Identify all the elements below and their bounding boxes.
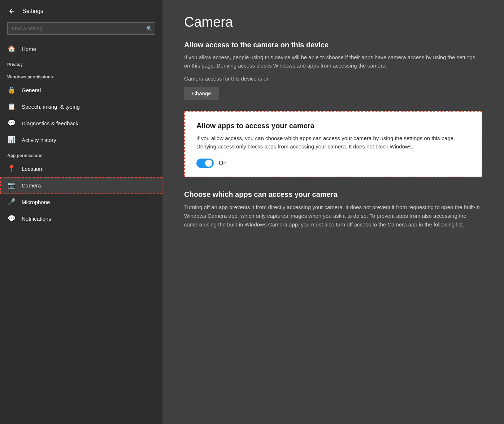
sidebar-item-home[interactable]: 🏠 Home (0, 40, 162, 57)
sidebar-item-general-label: General (22, 87, 41, 93)
general-icon: 🔒 (7, 86, 16, 94)
sidebar: Settings 🔍 🏠 Home Privacy Windows permis… (0, 0, 162, 424)
sidebar-item-notifications-label: Notifications (22, 216, 51, 222)
toggle-row: On (196, 159, 470, 168)
change-button[interactable]: Change (184, 87, 219, 100)
allow-device-desc: If you allow access, people using this d… (184, 53, 482, 70)
back-button[interactable] (7, 7, 17, 16)
allow-device-heading: Allow access to the camera on this devic… (184, 41, 482, 49)
speech-icon: 📋 (7, 103, 16, 111)
camera-icon: 📷 (7, 181, 16, 189)
sidebar-item-activity[interactable]: 📊 Activity history (0, 131, 162, 148)
toggle-label: On (219, 160, 226, 166)
device-status: Camera access for this device is on (184, 75, 482, 82)
microphone-icon: 🎤 (7, 198, 16, 206)
allow-apps-box: Allow apps to access your camera If you … (184, 111, 482, 177)
sidebar-item-diagnostics[interactable]: 💬 Diagnostics & feedback (0, 115, 162, 131)
privacy-section-label: Privacy (0, 57, 162, 69)
choose-section-desc: Turning off an app prevents it from dire… (184, 203, 482, 229)
choose-section-heading: Choose which apps can access your camera (184, 190, 482, 199)
sidebar-item-location-label: Location (22, 166, 42, 172)
search-icon[interactable]: 🔍 (146, 26, 152, 31)
sidebar-item-camera[interactable]: 📷 Camera (0, 177, 162, 194)
location-icon: 📍 (7, 165, 16, 173)
sidebar-title: Settings (22, 8, 43, 14)
sidebar-item-speech-label: Speech, inking, & typing (22, 104, 80, 110)
sidebar-item-activity-label: Activity history (22, 137, 56, 143)
sidebar-item-speech[interactable]: 📋 Speech, inking, & typing (0, 98, 162, 115)
app-permissions-label: App permissions (0, 148, 162, 160)
windows-permissions-label: Windows permissions (0, 69, 162, 82)
sidebar-item-diagnostics-label: Diagnostics & feedback (22, 120, 78, 126)
toggle-slider (196, 159, 214, 168)
sidebar-item-general[interactable]: 🔒 General (0, 82, 162, 98)
diagnostics-icon: 💬 (7, 119, 16, 127)
sidebar-item-camera-label: Camera (22, 182, 41, 189)
search-input[interactable] (7, 22, 155, 35)
sidebar-item-notifications[interactable]: 💬 Notifications (0, 210, 162, 227)
allow-apps-heading: Allow apps to access your camera (196, 122, 470, 130)
notifications-icon: 💬 (7, 215, 16, 222)
sidebar-item-home-label: Home (22, 46, 36, 52)
activity-icon: 📊 (7, 136, 16, 144)
home-icon: 🏠 (7, 45, 16, 53)
sidebar-header: Settings (0, 0, 162, 22)
sidebar-item-microphone-label: Microphone (22, 199, 50, 205)
page-title: Camera (184, 14, 482, 30)
sidebar-item-microphone[interactable]: 🎤 Microphone (0, 194, 162, 210)
main-content: Camera Allow access to the camera on thi… (162, 0, 504, 424)
camera-toggle[interactable] (196, 159, 214, 168)
allow-apps-desc: If you allow access, you can choose whic… (196, 134, 470, 151)
sidebar-item-location[interactable]: 📍 Location (0, 160, 162, 177)
search-box: 🔍 (7, 22, 155, 35)
